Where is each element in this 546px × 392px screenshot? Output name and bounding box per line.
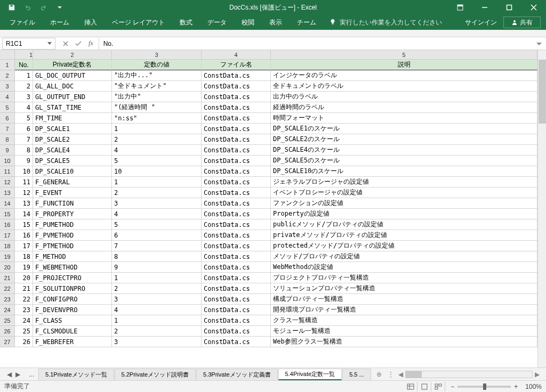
cell[interactable]: GL_OUTPUT_END (33, 92, 112, 102)
cell[interactable]: ConstData.cs (202, 305, 271, 315)
cell[interactable]: 5 (112, 219, 202, 230)
cell[interactable]: 7 (112, 241, 202, 251)
cell[interactable]: DP_SCALE5 (33, 156, 112, 166)
signin-link[interactable]: サインイン (459, 18, 503, 27)
cell[interactable]: ConstData.cs (202, 124, 271, 134)
row-header[interactable]: 24 (0, 305, 15, 315)
col-header[interactable]: 3 (112, 50, 202, 60)
col-header[interactable]: 5 (271, 50, 537, 60)
enter-formula-button[interactable] (73, 38, 84, 49)
cell[interactable]: 3 (112, 198, 202, 209)
cell[interactable]: ジェネラルプロシージャの設定値 (271, 177, 537, 187)
cell[interactable]: ファンクションの設定値 (271, 198, 537, 209)
zoom-out-button[interactable]: − (451, 383, 454, 390)
cell[interactable]: 6 (15, 124, 33, 134)
row-header[interactable]: 1 (0, 60, 15, 70)
cell[interactable]: 2 (15, 81, 33, 92)
cell[interactable]: 20 (15, 273, 33, 283)
cell[interactable]: Web参照クラス一覧構造 (271, 337, 537, 347)
tab-view[interactable]: 表示 (262, 15, 290, 30)
header-cell[interactable]: No. (15, 60, 33, 70)
cell[interactable]: ConstData.cs (202, 315, 271, 326)
cell[interactable]: "全ドキュメント" (112, 81, 202, 92)
cell[interactable]: 17 (15, 241, 33, 251)
cell[interactable]: ConstData.cs (202, 219, 271, 230)
row-header[interactable]: 14 (0, 198, 15, 209)
cell[interactable]: F_METHOD (33, 251, 112, 262)
sheet-tab[interactable]: 5.5 ... (342, 369, 371, 380)
cell[interactable]: F_PROPERTY (33, 209, 112, 219)
cell[interactable]: ConstData.cs (202, 156, 271, 166)
cell[interactable]: 1 (112, 315, 202, 326)
cell[interactable]: DP_SCALE4 (33, 145, 112, 156)
cell[interactable]: 4 (15, 102, 33, 113)
header-cell[interactable]: 定数の値 (112, 60, 202, 70)
cell[interactable]: 時間フォーマット (271, 113, 537, 124)
cell[interactable]: 10 (112, 166, 202, 177)
cell[interactable]: ConstData.cs (202, 70, 271, 81)
sheet-nav-next[interactable]: ▶ (14, 371, 21, 378)
cell[interactable]: ConstData.cs (202, 187, 271, 198)
cell[interactable]: 3 (112, 294, 202, 305)
tellme-search[interactable]: 実行したい作業を入力してください (324, 18, 447, 27)
cell[interactable]: 5 (112, 156, 202, 166)
cell[interactable]: DP_SCALE10 (33, 166, 112, 177)
cell[interactable]: クラス一覧構造 (271, 315, 537, 326)
pagelayout-view-button[interactable] (417, 382, 431, 391)
row-header[interactable]: 13 (0, 187, 15, 198)
cell[interactable]: 3 (112, 337, 202, 347)
cell[interactable]: 13 (15, 198, 33, 209)
cell[interactable]: 2 (112, 283, 202, 294)
cell[interactable]: 1 (15, 70, 33, 81)
row-header[interactable]: 8 (0, 134, 15, 145)
cell[interactable]: F_FUNCTION (33, 198, 112, 209)
cell[interactable]: ConstData.cs (202, 294, 271, 305)
cell[interactable]: "(経過時間 " (112, 102, 202, 113)
cell[interactable]: 19 (15, 262, 33, 273)
cell[interactable]: "出力中" (112, 92, 202, 102)
cell[interactable]: 25 (15, 326, 33, 337)
cell[interactable]: モジュール一覧構造 (271, 326, 537, 337)
zoom-in-button[interactable]: + (514, 383, 518, 390)
fx-icon[interactable]: fx (85, 39, 97, 47)
cell[interactable]: GL_DOC_OUTPUT (33, 70, 112, 81)
redo-button[interactable] (36, 1, 51, 14)
pagebreak-view-button[interactable] (431, 382, 445, 391)
cell[interactable]: 1 (112, 177, 202, 187)
cell[interactable]: DP_SCALE5のスケール (271, 156, 537, 166)
select-all-corner[interactable] (0, 50, 15, 60)
cell[interactable]: ConstData.cs (202, 251, 271, 262)
row-header[interactable]: 7 (0, 124, 15, 134)
row-header[interactable]: 15 (0, 209, 15, 219)
row-header[interactable]: 12 (0, 177, 15, 187)
cell[interactable]: 2 (112, 326, 202, 337)
cell[interactable]: DP_SCALE1のスケール (271, 124, 537, 134)
cell[interactable]: F_CONFIGPRO (33, 294, 112, 305)
zoom-slider[interactable] (457, 386, 511, 388)
cell[interactable]: 3 (15, 92, 33, 102)
tab-pagelayout[interactable]: ページ レイアウト (105, 15, 172, 30)
row-header[interactable]: 5 (0, 102, 15, 113)
header-cell[interactable]: 説明 (271, 60, 537, 70)
col-header[interactable]: 4 (202, 50, 271, 60)
maximize-button[interactable] (497, 0, 521, 15)
cell[interactable]: 4 (112, 209, 202, 219)
cell[interactable]: 11 (15, 177, 33, 187)
cell[interactable]: F_PUMETHOD (33, 219, 112, 230)
cell[interactable]: ConstData.cs (202, 326, 271, 337)
tab-file[interactable]: ファイル (2, 15, 43, 30)
cell[interactable]: "出力中..." (112, 70, 202, 81)
cell[interactable]: ConstData.cs (202, 177, 271, 187)
row-header[interactable]: 18 (0, 241, 15, 251)
row-header[interactable]: 2 (0, 70, 15, 81)
cell[interactable]: イベントプロシージャの設定値 (271, 187, 537, 198)
cell[interactable]: 9 (15, 156, 33, 166)
cell[interactable]: F_SOLUTIONPRO (33, 283, 112, 294)
cell[interactable]: 5 (15, 113, 33, 124)
cell[interactable]: protectedメソッド/プロパティの設定値 (271, 241, 537, 251)
row-header[interactable]: 26 (0, 326, 15, 337)
vertical-scrollbar[interactable] (537, 50, 546, 368)
cell[interactable]: プロジェクトプロパティ一覧構造 (271, 273, 537, 283)
cell[interactable]: 出力中のラベル (271, 92, 537, 102)
cell[interactable]: 7 (15, 134, 33, 145)
